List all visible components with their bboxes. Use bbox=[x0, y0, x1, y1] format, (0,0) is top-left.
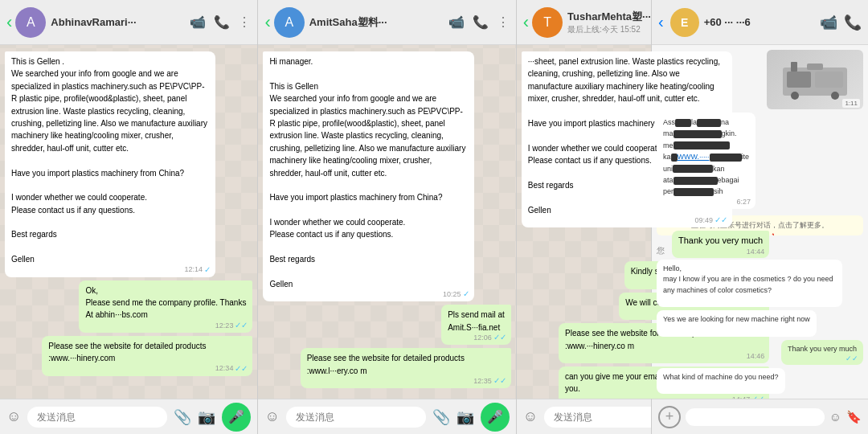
contact-name-2: AmitSaha塑料··· bbox=[309, 15, 448, 30]
message-time: 12:23 ✓✓ bbox=[215, 320, 248, 331]
message-text: Please see the website for detailed prod… bbox=[307, 354, 467, 375]
menu-icon-2[interactable]: ⋮ bbox=[497, 14, 510, 30]
chat-panel-1: ‹ A AbhinavRamari··· 📹 📞 ⋮ This is Gelle… bbox=[0, 0, 258, 434]
message-time: 14:44 bbox=[747, 247, 765, 257]
message-text: What kind of machine do you need? bbox=[663, 372, 779, 383]
check-icon: ✓ bbox=[463, 289, 469, 300]
chat-panel-2: ‹ A AmitSaha塑料··· 📹 📞 ⋮ Hi manager. This… bbox=[258, 0, 516, 434]
message-time: 12:34 ✓✓ bbox=[215, 363, 248, 375]
camera-icon-1[interactable]: 📷 bbox=[198, 408, 215, 426]
right-msg-hello: Hello,may I know if you are in the cosme… bbox=[657, 260, 842, 308]
right-footer-icons: ☺ 🔖 bbox=[829, 410, 862, 424]
svg-rect-8 bbox=[791, 62, 797, 72]
phone-icon-1[interactable]: 📞 bbox=[214, 14, 230, 30]
message-time: 14:47 ✓✓ bbox=[732, 394, 765, 399]
header-icons-1: 📹 📞 ⋮ bbox=[190, 14, 251, 30]
message-text: Hello,may I know if you are in the cosme… bbox=[663, 264, 836, 297]
message-time: 14:46 bbox=[747, 351, 765, 362]
message-text: Thank you very much bbox=[678, 235, 763, 245]
back-icon-2[interactable]: ‹ bbox=[264, 12, 270, 33]
check-icon: ✓✓ bbox=[493, 375, 506, 387]
mic-button-2[interactable]: 🎤 bbox=[481, 403, 510, 432]
check-icon: ✓✓ bbox=[235, 320, 248, 331]
camera-icon-2[interactable]: 📷 bbox=[457, 408, 474, 426]
right-back-icon[interactable]: ‹ bbox=[658, 13, 664, 31]
header-icons-2: 📹 📞 ⋮ bbox=[448, 14, 510, 30]
avatar-2: A bbox=[274, 7, 305, 38]
message-1-2: Ok, Please send me the company profile. … bbox=[79, 280, 252, 333]
check-icon: ✓✓ bbox=[235, 363, 248, 375]
footer-1: ☺ 📎 📷 🎤 bbox=[0, 399, 257, 434]
emoji-icon-3[interactable]: ☺ bbox=[523, 408, 538, 425]
product-image: 1:11 bbox=[767, 50, 863, 109]
right-header-icons: 📹 📞 bbox=[820, 14, 862, 31]
back-icon-3[interactable]: ‹ bbox=[523, 12, 529, 33]
message-text: Thank you very much bbox=[788, 344, 857, 354]
message-input-1[interactable] bbox=[27, 407, 167, 428]
svg-rect-4 bbox=[815, 72, 843, 88]
chat-header-2: ‹ A AmitSaha塑料··· 📹 📞 ⋮ bbox=[258, 0, 515, 45]
right-contact-phone: +60 ··· ···6 bbox=[704, 16, 820, 28]
message-text: Yes we are looking for new machine right… bbox=[663, 314, 810, 326]
message-time: ✓✓ bbox=[845, 354, 858, 364]
right-emoji-icon[interactable]: ☺ bbox=[829, 410, 841, 424]
mic-button-1[interactable]: 🎤 bbox=[222, 403, 251, 432]
right-avatar: E bbox=[670, 8, 699, 37]
emoji-icon-2[interactable]: ☺ bbox=[264, 408, 279, 425]
right-video-icon[interactable]: 📹 bbox=[820, 14, 837, 31]
message-1-1: This is Gellen . We searched your info f… bbox=[5, 51, 215, 277]
menu-icon-1[interactable]: ⋮ bbox=[238, 14, 251, 30]
attach-icon-2[interactable]: 📎 bbox=[432, 408, 450, 426]
message-time: 12:35 ✓✓ bbox=[473, 375, 506, 387]
back-icon-1[interactable]: ‹ bbox=[6, 12, 12, 33]
avatar-3: T bbox=[532, 7, 563, 38]
redacted-content: Asslana magkin. me kaWWW.·····ite unikan… bbox=[663, 117, 749, 198]
svg-line-0 bbox=[772, 234, 774, 247]
add-button[interactable]: + bbox=[658, 406, 681, 428]
message-time: 12:14 ✓ bbox=[185, 264, 211, 276]
message-text: This is Gellen . We searched your info f… bbox=[11, 57, 210, 264]
video-icon-1[interactable]: 📹 bbox=[190, 14, 206, 30]
message-3-thankyou: Thank you very much 14:44 bbox=[672, 231, 769, 258]
right-message-input[interactable] bbox=[686, 408, 825, 426]
messages-1: This is Gellen . We searched your info f… bbox=[0, 45, 257, 399]
message-text: Pls send mail at Amit.S···fia.net bbox=[448, 310, 505, 331]
messages-2: Hi manager. This is Gellen We searched y… bbox=[258, 45, 515, 399]
message-text: Please see the website for detailed prod… bbox=[48, 342, 208, 362]
check-icon: ✓✓ bbox=[751, 394, 764, 399]
message-time: 10:25 ✓ bbox=[443, 289, 469, 300]
message-time: 12:06 ✓✓ bbox=[473, 332, 506, 343]
arrow-indicator bbox=[771, 232, 774, 250]
right-phone-icon[interactable]: 📞 bbox=[844, 14, 862, 31]
footer-2: ☺ 📎 📷 🎤 bbox=[258, 399, 515, 434]
check-icon: ✓✓ bbox=[493, 332, 506, 343]
right-msg-whatkind: What kind of machine do you need? bbox=[657, 368, 785, 394]
message-text: Hi manager. This is Gellen We searched y… bbox=[269, 57, 468, 289]
message-2-2: Pls send mail at Amit.S···fia.net 12:06 … bbox=[441, 305, 511, 345]
svg-rect-3 bbox=[787, 72, 811, 88]
emoji-icon-1[interactable]: ☺ bbox=[6, 408, 21, 425]
chat-header-1: ‹ A AbhinavRamari··· 📹 📞 ⋮ bbox=[0, 0, 257, 45]
contact-name-1: AbhinavRamari··· bbox=[51, 16, 190, 28]
message-time: 6:27 bbox=[737, 197, 751, 207]
svg-point-5 bbox=[791, 92, 799, 100]
svg-point-6 bbox=[831, 92, 839, 100]
check-icon: ✓ bbox=[204, 264, 211, 276]
attach-icon-1[interactable]: 📎 bbox=[174, 408, 191, 426]
header-info-1: AbhinavRamari··· bbox=[51, 16, 190, 28]
svg-rect-7 bbox=[807, 63, 823, 70]
message-2-3: Please see the website for detailed prod… bbox=[301, 348, 511, 388]
video-icon-2[interactable]: 📹 bbox=[448, 14, 465, 30]
check-icon: ✓✓ bbox=[714, 215, 727, 226]
header-info-2: AmitSaha塑料··· bbox=[309, 15, 448, 30]
right-msg-redacted: Asslana magkin. me kaWWW.·····ite unikan… bbox=[657, 113, 755, 209]
message-time: 09:49 ✓✓ bbox=[694, 215, 727, 226]
right-sticker-icon[interactable]: 🔖 bbox=[846, 410, 862, 424]
message-input-2[interactable] bbox=[286, 407, 426, 428]
phone-icon-2[interactable]: 📞 bbox=[473, 14, 489, 30]
chat-panels-container: ‹ A AbhinavRamari··· 📹 📞 ⋮ This is Gelle… bbox=[0, 0, 651, 434]
right-footer: + ☺ 🔖 bbox=[652, 399, 868, 434]
you-label: 您 bbox=[657, 245, 665, 256]
avatar-1: A bbox=[15, 7, 46, 38]
image-time: 1:11 bbox=[842, 99, 860, 108]
